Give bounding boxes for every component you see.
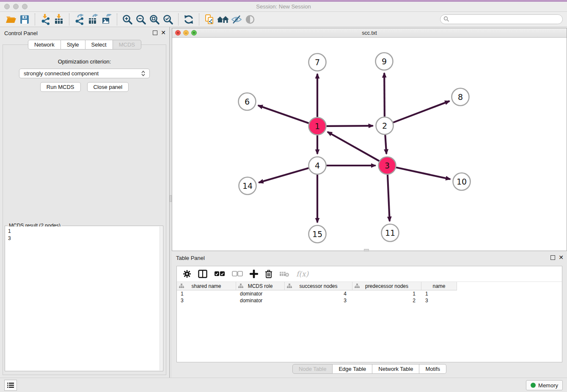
tab-motifs[interactable]: Motifs xyxy=(419,364,446,374)
export-table-icon[interactable] xyxy=(86,13,100,26)
export-image-icon[interactable] xyxy=(100,13,113,26)
edge-2-3[interactable] xyxy=(385,135,386,154)
table-header-row: shared nameMCDS rolesuccessor nodesprede… xyxy=(177,282,457,290)
table-cell[interactable]: 4 xyxy=(285,290,352,297)
graph-node-1[interactable]: 1 xyxy=(309,118,326,135)
show-panel-list-button[interactable] xyxy=(4,380,17,391)
home-icon[interactable] xyxy=(216,13,230,26)
zoom-fit-icon[interactable] xyxy=(148,13,161,26)
close-table-panel-icon[interactable]: ✕ xyxy=(559,254,564,260)
open-file-icon[interactable] xyxy=(4,13,18,26)
table-cell[interactable]: 3 xyxy=(285,297,352,304)
graph-node-14[interactable]: 14 xyxy=(239,177,256,195)
network-window-titlebar[interactable]: ✕ − + scc.txt xyxy=(172,28,567,38)
table-cell[interactable]: 3 xyxy=(177,297,236,304)
edge-1-2[interactable] xyxy=(326,126,373,126)
mcds-result-text[interactable]: 1 3 xyxy=(6,226,160,370)
run-mcds-button[interactable]: Run MCDS xyxy=(40,82,81,92)
status-bar: Memory xyxy=(0,378,567,392)
table-cell[interactable]: 1 xyxy=(352,290,421,297)
graph-node-8[interactable]: 8 xyxy=(452,88,469,106)
tab-network-table[interactable]: Network Table xyxy=(372,364,419,374)
graph-node-2[interactable]: 2 xyxy=(376,117,394,135)
main-toolbar xyxy=(0,12,567,27)
graph-node-10[interactable]: 10 xyxy=(453,173,471,190)
select-none-icon[interactable] xyxy=(232,271,243,277)
tab-edge-table[interactable]: Edge Table xyxy=(333,364,372,374)
table-cell[interactable]: dominator xyxy=(236,297,285,304)
table-cell[interactable]: 3 xyxy=(421,297,457,304)
network-canvas[interactable]: 7968124314101511 xyxy=(172,38,567,251)
edge-3-10[interactable] xyxy=(396,168,450,179)
gear-icon[interactable] xyxy=(183,270,191,278)
zoom-selected-icon[interactable] xyxy=(161,13,175,26)
control-panel-tabs: NetworkStyleSelectMCDS xyxy=(0,40,169,50)
zoom-out-icon[interactable] xyxy=(134,13,148,26)
graph-node-3[interactable]: 3 xyxy=(379,157,396,174)
mcds-result-box: MCDS result (2 nodes) 1 3 xyxy=(5,226,163,371)
toolbar-separator xyxy=(35,14,35,25)
edge-2-8[interactable] xyxy=(393,101,449,123)
function-builder-icon[interactable]: f(x) xyxy=(296,270,308,278)
control-panel-title: Control Panel xyxy=(4,30,38,36)
horizontal-splitter-grip[interactable] xyxy=(364,249,369,251)
add-row-icon[interactable] xyxy=(250,270,258,278)
table-row[interactable]: 1dominator411 xyxy=(177,290,562,297)
optimization-criterion-select[interactable]: strongly connected component xyxy=(19,69,150,78)
memory-button[interactable]: Memory xyxy=(526,380,563,390)
show-columns-icon[interactable] xyxy=(198,270,207,278)
edge-2-9[interactable] xyxy=(384,73,385,116)
eye-disabled-icon[interactable] xyxy=(243,13,257,26)
graph-node-7[interactable]: 7 xyxy=(309,54,326,71)
tab-network[interactable]: Network xyxy=(28,40,61,50)
table-row[interactable]: 3dominator323 xyxy=(177,297,562,304)
table-cell[interactable]: 2 xyxy=(352,297,421,304)
graph-node-6[interactable]: 6 xyxy=(239,93,256,110)
edge-1-6[interactable] xyxy=(258,105,309,123)
edge-3-1[interactable] xyxy=(328,132,379,161)
graph-node-15[interactable]: 15 xyxy=(309,226,326,243)
refresh-layout-icon[interactable] xyxy=(182,13,195,26)
column-header-predecessor-nodes[interactable]: predecessor nodes xyxy=(352,282,421,290)
float-table-panel-icon[interactable] xyxy=(550,255,555,260)
hide-eye-icon[interactable] xyxy=(230,13,243,26)
zoom-in-icon[interactable] xyxy=(121,13,134,26)
svg-text:2: 2 xyxy=(382,121,387,130)
graph-node-4[interactable]: 4 xyxy=(309,157,326,174)
column-header-name[interactable]: name xyxy=(421,282,457,290)
import-table-icon[interactable] xyxy=(52,13,66,26)
close-panel-button[interactable]: Close panel xyxy=(87,82,129,92)
save-session-icon[interactable] xyxy=(18,13,31,26)
column-header-successor-nodes[interactable]: successor nodes xyxy=(285,282,352,290)
delete-row-icon[interactable] xyxy=(265,270,272,278)
edge-3-11[interactable] xyxy=(388,174,390,221)
result-scrollbar[interactable] xyxy=(160,226,162,370)
tab-select[interactable]: Select xyxy=(85,40,113,50)
table-cell[interactable]: dominator xyxy=(236,290,285,297)
table-cell[interactable]: 1 xyxy=(421,290,457,297)
export-network-icon[interactable] xyxy=(73,13,86,26)
network-graph[interactable]: 7968124314101511 xyxy=(172,38,567,251)
svg-text:9: 9 xyxy=(382,57,387,66)
float-panel-icon[interactable] xyxy=(153,30,157,35)
tab-mcds[interactable]: MCDS xyxy=(113,40,141,50)
column-header-shared-name[interactable]: shared name xyxy=(177,282,236,290)
tab-node-table[interactable]: Node Table xyxy=(292,364,333,374)
import-network-icon[interactable] xyxy=(39,13,52,26)
select-all-icon[interactable] xyxy=(214,271,225,277)
optimization-criterion-label: Optimization criterion: xyxy=(3,58,166,65)
toolbar-separator xyxy=(69,14,69,25)
column-header-mcds-role[interactable]: MCDS role xyxy=(236,282,285,290)
close-panel-icon[interactable]: ✕ xyxy=(161,30,166,36)
graph-node-11[interactable]: 11 xyxy=(382,224,399,242)
table-panel: Table Panel ✕ xyxy=(172,252,567,376)
memory-status-icon xyxy=(531,383,536,388)
edge-4-14[interactable] xyxy=(259,168,308,182)
table-cell[interactable]: 1 xyxy=(177,290,236,297)
graph-node-9[interactable]: 9 xyxy=(376,53,393,70)
table-rows: 1dominator4113dominator323 xyxy=(177,290,562,362)
clone-network-icon[interactable] xyxy=(203,13,216,26)
tab-style[interactable]: Style xyxy=(61,40,85,50)
search-input[interactable] xyxy=(440,14,563,24)
delete-table-icon[interactable] xyxy=(279,271,289,277)
